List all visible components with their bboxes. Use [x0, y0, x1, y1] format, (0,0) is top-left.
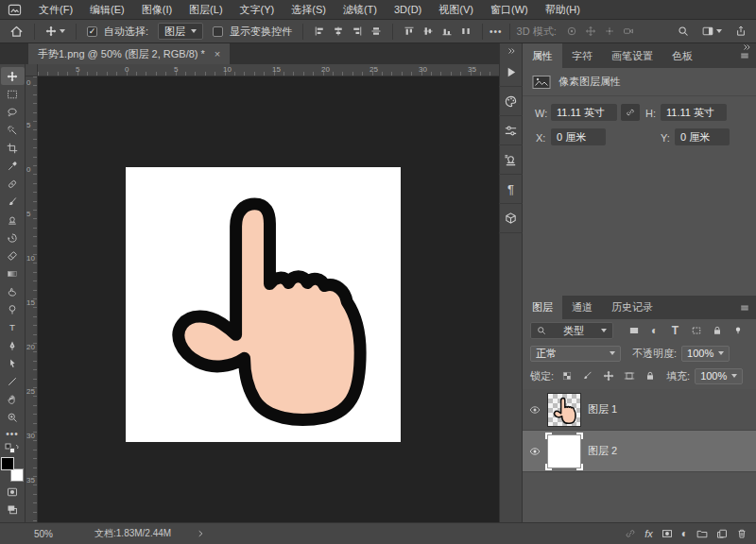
history-brush-tool-button[interactable] — [1, 229, 25, 246]
visibility-eye-icon[interactable] — [529, 404, 541, 416]
adjustment-layer-icon[interactable]: ◐ — [681, 528, 688, 539]
tab-character[interactable]: 字符 — [562, 43, 602, 68]
menu-3d[interactable]: 3D(D) — [386, 0, 430, 19]
align-left-button[interactable] — [310, 26, 329, 37]
height-field[interactable]: 11.11 英寸 — [661, 104, 727, 121]
magic-wand-tool-button[interactable] — [1, 121, 25, 139]
opacity-dropdown[interactable]: 100% — [681, 346, 730, 362]
brush-settings-panel-button[interactable] — [499, 116, 523, 145]
distribute-v-button[interactable] — [456, 26, 475, 37]
workspace-button[interactable] — [698, 26, 726, 37]
tab-channels[interactable]: 通道 — [562, 296, 602, 319]
foreground-color-swatch[interactable] — [1, 457, 14, 470]
edit-toolbar-button[interactable]: ••• — [1, 426, 25, 441]
share-icon[interactable] — [735, 26, 747, 37]
menu-file[interactable]: 文件(F) — [30, 0, 81, 19]
lock-pixels-button[interactable] — [579, 369, 595, 383]
3d-camera-button[interactable] — [619, 26, 638, 37]
tab-swatches[interactable]: 色板 — [662, 43, 702, 68]
home-button[interactable] — [6, 25, 27, 39]
gradient-tool-button[interactable] — [1, 264, 25, 282]
ruler-corner[interactable] — [26, 64, 38, 76]
layer-name[interactable]: 图层 2 — [588, 444, 617, 458]
healing-brush-tool-button[interactable] — [1, 175, 25, 193]
menu-select[interactable]: 选择(S) — [283, 0, 335, 19]
canvas[interactable] — [126, 167, 401, 442]
lock-all-button[interactable] — [642, 369, 658, 383]
tab-brush-settings[interactable]: 画笔设置 — [602, 43, 662, 68]
dodge-tool-button[interactable] — [1, 300, 25, 318]
tab-history[interactable]: 历史记录 — [602, 296, 662, 319]
visibility-eye-icon[interactable] — [529, 446, 541, 457]
new-layer-icon[interactable] — [716, 528, 728, 539]
3d-orbit-button[interactable] — [562, 26, 581, 37]
horizontal-ruler[interactable]: 5 0 5 10 15 20 25 30 35 — [38, 64, 499, 76]
layer-row-2[interactable]: 图层 2 — [523, 431, 756, 472]
menu-layer[interactable]: 图层(L) — [180, 0, 231, 19]
layers-menu-button[interactable] — [740, 303, 749, 313]
layer-style-icon[interactable]: fx — [644, 528, 653, 539]
screen-mode-button[interactable] — [1, 501, 25, 518]
tool-preset-button[interactable] — [42, 26, 69, 37]
blend-mode-dropdown[interactable]: 正常 — [530, 346, 621, 362]
zoom-tool-button[interactable] — [1, 408, 25, 426]
menu-image[interactable]: 图像(I) — [133, 0, 180, 19]
filter-adjustment-button[interactable]: ◐ — [646, 324, 662, 338]
menu-edit[interactable]: 编辑(E) — [81, 0, 133, 19]
menu-view[interactable]: 视图(V) — [430, 0, 482, 19]
move-tool-button[interactable] — [1, 67, 25, 85]
new-group-icon[interactable] — [696, 528, 708, 539]
filter-type-button[interactable]: T — [667, 324, 683, 338]
auto-select-checkbox[interactable]: ✓ 自动选择: — [83, 25, 152, 39]
link-dimensions-button[interactable] — [621, 104, 640, 121]
clone-stamp-tool-button[interactable] — [1, 211, 25, 229]
tab-properties[interactable]: 属性 — [523, 43, 562, 68]
menu-help[interactable]: 帮助(H) — [537, 0, 589, 19]
add-mask-icon[interactable] — [662, 528, 673, 539]
swap-colors-icon[interactable] — [5, 443, 20, 454]
expand-panels-button[interactable] — [500, 43, 522, 58]
align-bottom-button[interactable] — [438, 26, 456, 37]
lasso-tool-button[interactable] — [1, 103, 25, 121]
hand-tool-button[interactable] — [1, 390, 25, 408]
path-select-tool-button[interactable] — [1, 354, 25, 372]
zoom-level-field[interactable]: 50% — [34, 529, 53, 539]
3d-panel-button[interactable] — [499, 204, 523, 233]
menu-filter[interactable]: 滤镜(T) — [335, 0, 386, 19]
vertical-ruler[interactable]: 0 5 0 5 10 15 20 25 30 35 — [26, 76, 38, 522]
brush-tool-button[interactable] — [1, 193, 25, 211]
delete-layer-icon[interactable] — [736, 528, 747, 539]
menu-type[interactable]: 文字(Y) — [232, 0, 284, 19]
align-top-button[interactable] — [400, 26, 419, 37]
3d-pan-button[interactable] — [581, 26, 600, 37]
auto-select-dropdown[interactable]: 图层 — [158, 23, 203, 40]
distribute-h-button[interactable] — [367, 26, 386, 37]
marquee-tool-button[interactable] — [1, 85, 25, 103]
search-icon[interactable] — [678, 26, 689, 37]
layer-name[interactable]: 图层 1 — [588, 402, 617, 416]
layer-thumbnail[interactable] — [547, 393, 581, 427]
panel-menu-button[interactable] — [740, 51, 749, 60]
status-chevron-icon[interactable] — [196, 529, 205, 538]
clone-source-panel-button[interactable] — [499, 145, 523, 175]
filter-smart-object-button[interactable] — [709, 324, 725, 338]
document-tab[interactable]: 手势1.png @ 50% (图层 2, RGB/8) * × — [28, 43, 230, 64]
paragraph-panel-button[interactable]: ¶ — [499, 175, 523, 204]
foreground-background-swatch[interactable] — [0, 456, 25, 483]
close-tab-icon[interactable]: × — [215, 48, 220, 60]
width-field[interactable]: 11.11 英寸 — [551, 104, 617, 121]
layer-thumbnail[interactable] — [547, 434, 581, 468]
work-area[interactable] — [38, 76, 499, 522]
eraser-tool-button[interactable] — [1, 246, 25, 264]
color-panel-button[interactable] — [499, 87, 523, 116]
crop-tool-button[interactable] — [1, 139, 25, 157]
lock-transparency-button[interactable] — [558, 369, 575, 383]
menu-window[interactable]: 窗口(W) — [482, 0, 537, 19]
align-right-button[interactable] — [348, 26, 367, 37]
filter-pixel-button[interactable] — [626, 324, 642, 338]
layer-filter-dropdown[interactable]: 类型 — [530, 322, 613, 339]
shape-tool-button[interactable] — [1, 372, 25, 390]
3d-slide-button[interactable] — [600, 26, 619, 37]
filter-toggle-button[interactable] — [730, 324, 746, 338]
actions-panel-button[interactable] — [499, 58, 523, 87]
